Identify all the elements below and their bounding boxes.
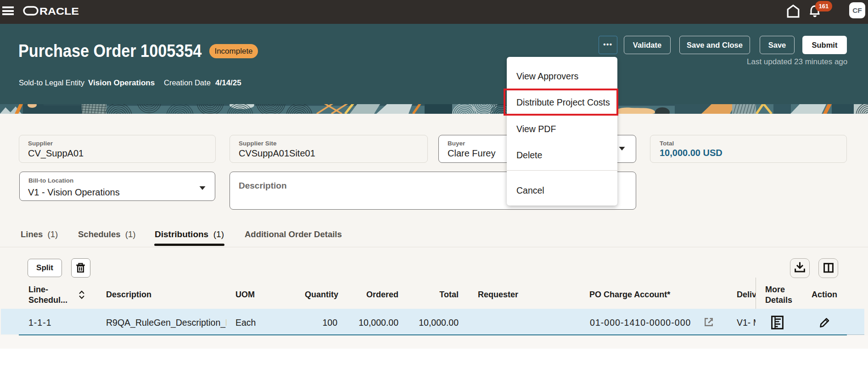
svg-text:RACLE: RACLE (39, 6, 79, 17)
